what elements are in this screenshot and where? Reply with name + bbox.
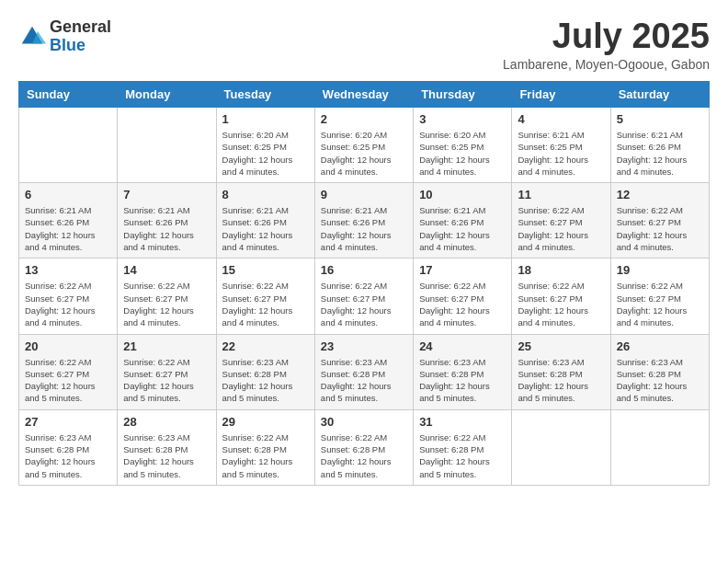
calendar-cell: 13Sunrise: 6:22 AMSunset: 6:27 PMDayligh… (19, 259, 118, 334)
day-info: Sunrise: 6:22 AMSunset: 6:27 PMDaylight:… (25, 356, 111, 405)
calendar-week-row: 6Sunrise: 6:21 AMSunset: 6:26 PMDaylight… (19, 183, 710, 259)
day-number: 21 (123, 339, 210, 353)
calendar-cell (512, 409, 610, 485)
day-number: 9 (321, 188, 407, 201)
day-number: 14 (123, 263, 210, 277)
calendar-cell: 24Sunrise: 6:23 AMSunset: 6:28 PMDayligh… (414, 334, 512, 409)
day-header-saturday: Saturday (610, 82, 709, 108)
day-info: Sunrise: 6:23 AMSunset: 6:28 PMDaylight:… (419, 356, 506, 405)
calendar-week-row: 13Sunrise: 6:22 AMSunset: 6:27 PMDayligh… (19, 259, 710, 334)
day-info: Sunrise: 6:23 AMSunset: 6:28 PMDaylight:… (25, 431, 111, 480)
day-info: Sunrise: 6:23 AMSunset: 6:28 PMDaylight:… (518, 356, 604, 405)
logo-text: General Blue (50, 18, 111, 55)
day-header-monday: Monday (118, 82, 216, 108)
day-info: Sunrise: 6:22 AMSunset: 6:27 PMDaylight:… (419, 280, 506, 328)
day-header-sunday: Sunday (19, 82, 118, 108)
day-info: Sunrise: 6:22 AMSunset: 6:28 PMDaylight:… (222, 431, 309, 480)
day-number: 8 (222, 188, 309, 201)
day-info: Sunrise: 6:21 AMSunset: 6:25 PMDaylight:… (518, 129, 604, 178)
day-info: Sunrise: 6:22 AMSunset: 6:28 PMDaylight:… (419, 431, 506, 480)
calendar-cell: 19Sunrise: 6:22 AMSunset: 6:27 PMDayligh… (610, 259, 709, 334)
calendar-cell: 25Sunrise: 6:23 AMSunset: 6:28 PMDayligh… (512, 334, 610, 409)
calendar-cell (610, 409, 709, 485)
calendar-cell: 27Sunrise: 6:23 AMSunset: 6:28 PMDayligh… (19, 409, 118, 485)
calendar-cell: 26Sunrise: 6:23 AMSunset: 6:28 PMDayligh… (610, 334, 709, 409)
day-info: Sunrise: 6:22 AMSunset: 6:27 PMDaylight:… (222, 280, 309, 328)
calendar-cell: 2Sunrise: 6:20 AMSunset: 6:25 PMDaylight… (314, 108, 413, 183)
calendar-cell: 15Sunrise: 6:22 AMSunset: 6:27 PMDayligh… (216, 259, 314, 334)
day-number: 17 (419, 263, 506, 277)
day-number: 10 (419, 188, 506, 201)
logo-blue: Blue (50, 37, 111, 55)
calendar-cell: 7Sunrise: 6:21 AMSunset: 6:26 PMDaylight… (118, 183, 216, 259)
month-title: July 2025 (503, 18, 710, 53)
day-info: Sunrise: 6:20 AMSunset: 6:25 PMDaylight:… (222, 129, 309, 178)
day-number: 16 (321, 263, 407, 277)
calendar-cell: 16Sunrise: 6:22 AMSunset: 6:27 PMDayligh… (314, 259, 413, 334)
calendar-cell: 21Sunrise: 6:22 AMSunset: 6:27 PMDayligh… (118, 334, 216, 409)
day-number: 28 (123, 415, 210, 429)
day-info: Sunrise: 6:22 AMSunset: 6:27 PMDaylight:… (518, 204, 604, 253)
day-info: Sunrise: 6:23 AMSunset: 6:28 PMDaylight:… (123, 431, 210, 480)
calendar-table: SundayMondayTuesdayWednesdayThursdayFrid… (18, 81, 710, 486)
day-header-tuesday: Tuesday (216, 82, 314, 108)
day-info: Sunrise: 6:22 AMSunset: 6:27 PMDaylight:… (25, 280, 111, 328)
day-number: 1 (222, 112, 309, 126)
calendar-cell: 10Sunrise: 6:21 AMSunset: 6:26 PMDayligh… (414, 183, 512, 259)
day-info: Sunrise: 6:20 AMSunset: 6:25 PMDaylight:… (321, 129, 407, 178)
page-header: General Blue July 2025 Lambarene, Moyen-… (18, 18, 710, 72)
logo: General Blue (18, 18, 111, 55)
day-info: Sunrise: 6:22 AMSunset: 6:27 PMDaylight:… (123, 356, 210, 405)
calendar-cell: 12Sunrise: 6:22 AMSunset: 6:27 PMDayligh… (610, 183, 709, 259)
day-info: Sunrise: 6:22 AMSunset: 6:27 PMDaylight:… (518, 280, 604, 328)
calendar-cell: 8Sunrise: 6:21 AMSunset: 6:26 PMDaylight… (216, 183, 314, 259)
logo-general: General (50, 18, 111, 37)
day-number: 12 (617, 188, 703, 201)
calendar-cell: 18Sunrise: 6:22 AMSunset: 6:27 PMDayligh… (512, 259, 610, 334)
day-info: Sunrise: 6:22 AMSunset: 6:27 PMDaylight:… (617, 204, 703, 253)
day-number: 19 (617, 263, 703, 277)
day-info: Sunrise: 6:22 AMSunset: 6:27 PMDaylight:… (321, 280, 407, 328)
day-number: 27 (25, 415, 111, 429)
day-number: 15 (222, 263, 309, 277)
day-number: 23 (321, 339, 407, 353)
day-number: 18 (518, 263, 604, 277)
calendar-cell: 28Sunrise: 6:23 AMSunset: 6:28 PMDayligh… (118, 409, 216, 485)
day-number: 25 (518, 339, 604, 353)
calendar-cell: 9Sunrise: 6:21 AMSunset: 6:26 PMDaylight… (314, 183, 413, 259)
day-number: 13 (25, 263, 111, 277)
calendar-cell: 22Sunrise: 6:23 AMSunset: 6:28 PMDayligh… (216, 334, 314, 409)
calendar-cell: 29Sunrise: 6:22 AMSunset: 6:28 PMDayligh… (216, 409, 314, 485)
calendar-cell: 4Sunrise: 6:21 AMSunset: 6:25 PMDaylight… (512, 108, 610, 183)
calendar-cell: 17Sunrise: 6:22 AMSunset: 6:27 PMDayligh… (414, 259, 512, 334)
day-info: Sunrise: 6:21 AMSunset: 6:26 PMDaylight:… (419, 204, 506, 253)
logo-icon (18, 23, 46, 51)
calendar-cell: 5Sunrise: 6:21 AMSunset: 6:26 PMDaylight… (610, 108, 709, 183)
day-number: 30 (321, 415, 407, 429)
day-info: Sunrise: 6:22 AMSunset: 6:28 PMDaylight:… (321, 431, 407, 480)
day-info: Sunrise: 6:22 AMSunset: 6:27 PMDaylight:… (123, 280, 210, 328)
day-number: 11 (518, 188, 604, 201)
day-info: Sunrise: 6:23 AMSunset: 6:28 PMDaylight:… (321, 356, 407, 405)
day-info: Sunrise: 6:21 AMSunset: 6:26 PMDaylight:… (222, 204, 309, 253)
day-info: Sunrise: 6:23 AMSunset: 6:28 PMDaylight:… (222, 356, 309, 405)
day-number: 5 (617, 112, 703, 126)
day-number: 4 (518, 112, 604, 126)
day-header-thursday: Thursday (414, 82, 512, 108)
calendar-cell: 23Sunrise: 6:23 AMSunset: 6:28 PMDayligh… (314, 334, 413, 409)
calendar-cell: 30Sunrise: 6:22 AMSunset: 6:28 PMDayligh… (314, 409, 413, 485)
calendar-cell (118, 108, 216, 183)
calendar-week-row: 20Sunrise: 6:22 AMSunset: 6:27 PMDayligh… (19, 334, 710, 409)
day-number: 22 (222, 339, 309, 353)
day-number: 29 (222, 415, 309, 429)
day-info: Sunrise: 6:23 AMSunset: 6:28 PMDaylight:… (617, 356, 703, 405)
day-info: Sunrise: 6:21 AMSunset: 6:26 PMDaylight:… (123, 204, 210, 253)
calendar-cell: 11Sunrise: 6:22 AMSunset: 6:27 PMDayligh… (512, 183, 610, 259)
day-number: 3 (419, 112, 506, 126)
day-number: 24 (419, 339, 506, 353)
calendar-cell: 20Sunrise: 6:22 AMSunset: 6:27 PMDayligh… (19, 334, 118, 409)
day-header-friday: Friday (512, 82, 610, 108)
day-number: 2 (321, 112, 407, 126)
day-number: 26 (617, 339, 703, 353)
calendar-header-row: SundayMondayTuesdayWednesdayThursdayFrid… (19, 82, 710, 108)
